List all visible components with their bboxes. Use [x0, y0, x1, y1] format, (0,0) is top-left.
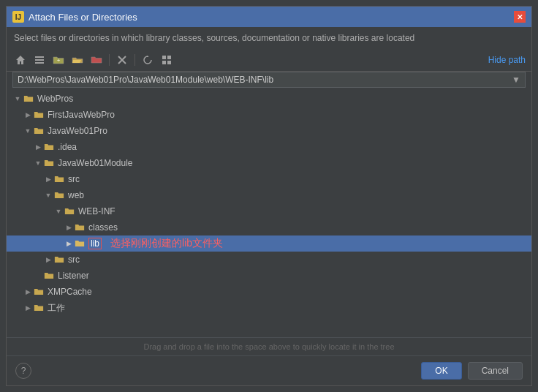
- label-xmpcache: XMPCache: [48, 287, 92, 297]
- toolbar-buttons: +: [12, 52, 175, 68]
- chevron-webpros: ▼: [12, 95, 23, 102]
- bottom-bar: ? OK Cancel: [7, 355, 531, 385]
- label-webinf: WEB-INF: [78, 206, 115, 216]
- folder-icon-classes: [74, 222, 86, 233]
- folder-icon-idea: [43, 141, 55, 153]
- folder-icon-webpros: [23, 93, 34, 105]
- label-src: src: [68, 174, 80, 184]
- label-webpros: WebPros: [37, 94, 73, 104]
- dialog-title: Attach Files or Directories: [29, 12, 137, 23]
- tree-item-webinf[interactable]: ▼ WEB-INF: [7, 203, 531, 219]
- chevron-classes: ▶: [64, 224, 74, 231]
- label-work: 工作: [48, 302, 65, 314]
- help-button[interactable]: ?: [15, 363, 31, 379]
- chevron-javaweb01pro: ▼: [23, 127, 33, 135]
- close-button[interactable]: ✕: [514, 11, 526, 23]
- path-value: D:\WebPros\JavaWeb01Pro\JavaWeb01Module\…: [18, 75, 273, 85]
- chevron-javaweb01module: ▼: [33, 159, 43, 167]
- chevron-src2: ▶: [43, 256, 53, 263]
- path-dropdown-icon[interactable]: ▼: [512, 75, 520, 85]
- dialog-description: Select files or directories in which lib…: [7, 27, 531, 49]
- svg-rect-8: [162, 61, 166, 64]
- chevron-web: ▼: [43, 192, 53, 199]
- folder-icon-webinf: [64, 206, 75, 217]
- folder-add-button[interactable]: +: [50, 52, 67, 68]
- refresh-button[interactable]: [140, 52, 156, 68]
- attach-files-dialog: IJ Attach Files or Directories ✕ Select …: [6, 6, 532, 386]
- drag-drop-hint: Drag and drop a file into the space abov…: [7, 337, 531, 355]
- tree-item-classes[interactable]: ▶ classes: [7, 219, 531, 235]
- tree-item-webpros[interactable]: ▼ WebPros: [7, 91, 531, 107]
- separator-1: [109, 54, 110, 66]
- list-button[interactable]: [31, 52, 48, 68]
- label-listener: Listener: [58, 271, 89, 281]
- annotation-text: 选择刚刚创建的lib文件夹: [110, 237, 223, 250]
- tree-item-idea[interactable]: ▶ .idea: [7, 139, 531, 155]
- tree-item-src2[interactable]: ▶ src: [7, 252, 531, 268]
- folder-icon-src: [53, 173, 65, 185]
- folder-icon-xmpcache: [33, 286, 45, 298]
- svg-rect-7: [167, 56, 171, 59]
- title-bar: IJ Attach Files or Directories ✕: [7, 7, 531, 27]
- tree-item-lib[interactable]: ▶ lib 选择刚刚创建的lib文件夹: [7, 235, 531, 252]
- grid-button[interactable]: [159, 52, 175, 68]
- tree-item-src[interactable]: ▶ src: [7, 171, 531, 187]
- chevron-webinf: ▼: [53, 208, 64, 215]
- svg-text:+: +: [57, 57, 61, 64]
- folder-red-button[interactable]: [88, 52, 105, 68]
- svg-rect-1: [35, 59, 44, 61]
- tree-item-javaweb01module[interactable]: ▼ JavaWeb01Module: [7, 155, 531, 171]
- label-src2: src: [68, 255, 80, 265]
- label-classes: classes: [88, 222, 118, 233]
- folder-icon-src2: [53, 254, 65, 265]
- separator-2: [134, 54, 135, 66]
- tree-item-firstjavawebpro[interactable]: ▶ FirstJavaWebPro: [7, 107, 531, 123]
- tree-item-web[interactable]: ▼ web: [7, 187, 531, 203]
- chevron-work: ▶: [23, 304, 33, 312]
- home-button[interactable]: [12, 52, 29, 68]
- cancel-button[interactable]: Cancel: [468, 362, 523, 380]
- label-idea: .idea: [58, 142, 77, 152]
- folder-icon-web: [53, 189, 65, 201]
- folder-icon-firstjavawebpro: [33, 109, 45, 121]
- hide-path-button[interactable]: Hide path: [488, 55, 526, 65]
- tree-item-xmpcache[interactable]: ▶ XMPCache: [7, 284, 531, 300]
- chevron-lib: ▶: [64, 240, 74, 247]
- path-bar: D:\WebPros\JavaWeb01Pro\JavaWeb01Module\…: [12, 72, 526, 88]
- toolbar: +: [7, 49, 531, 72]
- svg-rect-2: [35, 62, 44, 64]
- folder-icon-javaweb01module: [43, 157, 55, 169]
- svg-rect-6: [162, 56, 166, 59]
- folder-icon-lib: [74, 238, 86, 249]
- folder-icon-javaweb01pro: [33, 125, 45, 137]
- label-lib: lib: [88, 238, 102, 249]
- title-bar-left: IJ Attach Files or Directories: [12, 11, 137, 23]
- chevron-idea: ▶: [33, 143, 43, 151]
- app-icon: IJ: [12, 11, 24, 23]
- folder-icon-listener: [43, 270, 55, 282]
- label-javaweb01module: JavaWeb01Module: [58, 158, 133, 168]
- chevron-firstjavawebpro: ▶: [23, 111, 33, 118]
- tree-item-listener[interactable]: Listener: [7, 268, 531, 284]
- action-buttons: OK Cancel: [421, 362, 523, 380]
- tree-item-javaweb01pro[interactable]: ▼ JavaWeb01Pro: [7, 123, 531, 139]
- folder-open-button[interactable]: [69, 52, 86, 68]
- svg-rect-9: [167, 61, 171, 64]
- tree-item-work[interactable]: ▶ 工作: [7, 300, 531, 316]
- svg-rect-0: [35, 56, 44, 58]
- label-firstjavawebpro: FirstJavaWebPro: [48, 110, 115, 120]
- ok-button[interactable]: OK: [421, 362, 461, 380]
- label-web: web: [68, 190, 84, 200]
- folder-icon-work: [33, 302, 45, 314]
- chevron-src: ▶: [43, 176, 53, 183]
- delete-button[interactable]: [114, 52, 130, 68]
- label-javaweb01pro: JavaWeb01Pro: [48, 126, 107, 136]
- chevron-xmpcache: ▶: [23, 288, 33, 295]
- file-tree[interactable]: ▼ WebPros ▶ FirstJavaWebPro ▼ JavaWeb01P…: [7, 88, 531, 337]
